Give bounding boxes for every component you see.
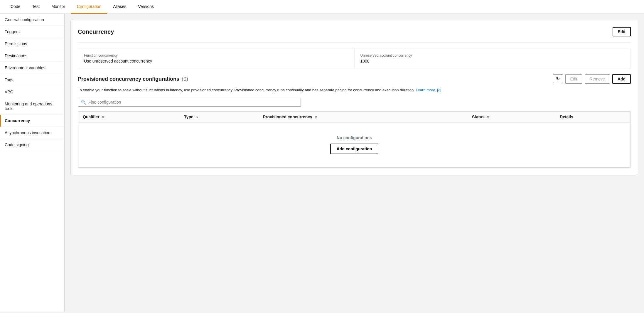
edit-provisioned-button[interactable]: Edit — [565, 74, 582, 84]
external-link-icon — [437, 89, 441, 92]
concurrency-card: Concurrency Edit Function concurrency Us… — [70, 20, 638, 175]
sidebar-item-permissions[interactable]: Permissions — [0, 38, 64, 50]
configurations-table: Qualifier ▽ Type ▼ Provisioned concurren… — [78, 112, 630, 167]
provisioned-title-group: Provisioned concurrency configurations (… — [78, 76, 188, 82]
tab-aliases[interactable]: Aliases — [107, 0, 132, 14]
col-qualifier[interactable]: Qualifier ▽ — [78, 112, 179, 122]
sidebar-item-monitoring-tools[interactable]: Monitoring and operations tools — [0, 98, 64, 115]
configurations-table-container: Qualifier ▽ Type ▼ Provisioned concurren… — [78, 111, 631, 168]
table-body: No configurations Add configuration — [78, 122, 630, 167]
col-type[interactable]: Type ▼ — [179, 112, 258, 122]
unreserved-label: Unreserved account concurrency — [360, 53, 625, 58]
sidebar-item-async-invocation[interactable]: Asynchronous invocation — [0, 127, 64, 139]
search-icon: 🔍 — [81, 100, 86, 105]
provisioned-count: (0) — [182, 76, 188, 82]
sidebar-item-concurrency[interactable]: Concurrency — [0, 115, 64, 127]
unreserved-concurrency-col: Unreserved account concurrency 1000 — [355, 49, 631, 68]
function-concurrency-col: Function concurrency Use unreserved acco… — [78, 49, 355, 68]
type-sort-icon: ▼ — [196, 116, 199, 119]
provisioned-header: Provisioned concurrency configurations (… — [78, 74, 631, 84]
add-button[interactable]: Add — [612, 74, 631, 84]
learn-more-link[interactable]: Learn more — [416, 88, 441, 92]
provisioned-actions: ↻ Edit Remove Add — [553, 74, 631, 84]
page-layout: General configuration Triggers Permissio… — [0, 14, 644, 312]
card-header: Concurrency Edit — [78, 27, 631, 36]
col-details: Details — [555, 112, 630, 122]
function-concurrency-value: Use unreserved account concurrency — [84, 59, 348, 63]
tab-monitor[interactable]: Monitor — [45, 0, 71, 14]
sidebar-item-general-configuration[interactable]: General configuration — [0, 14, 64, 26]
top-tabs: Code Test Monitor Configuration Aliases … — [0, 0, 644, 14]
function-concurrency-label: Function concurrency — [84, 53, 348, 58]
sidebar-item-tags[interactable]: Tags — [0, 74, 64, 86]
table-header: Qualifier ▽ Type ▼ Provisioned concurren… — [78, 112, 630, 122]
status-sort-icon: ▽ — [487, 116, 489, 119]
provisioned-description: To enable your function to scale without… — [78, 87, 631, 93]
search-input[interactable] — [88, 100, 298, 105]
tab-versions[interactable]: Versions — [132, 0, 160, 14]
sidebar-item-vpc[interactable]: VPC — [0, 86, 64, 98]
remove-button[interactable]: Remove — [585, 74, 610, 84]
unreserved-value: 1000 — [360, 59, 625, 63]
sidebar-item-destinations[interactable]: Destinations — [0, 50, 64, 62]
refresh-button[interactable]: ↻ — [553, 74, 563, 83]
provisioned-title: Provisioned concurrency configurations — [78, 76, 179, 82]
search-bar: 🔍 — [78, 98, 301, 107]
add-configuration-button[interactable]: Add configuration — [330, 144, 379, 154]
sidebar-item-environment-variables[interactable]: Environment variables — [0, 62, 64, 74]
tab-test[interactable]: Test — [26, 0, 45, 14]
refresh-icon: ↻ — [556, 76, 560, 82]
concurrency-info-grid: Function concurrency Use unreserved acco… — [78, 48, 631, 68]
tab-code[interactable]: Code — [5, 0, 26, 14]
sidebar-item-triggers[interactable]: Triggers — [0, 26, 64, 38]
empty-state-row: No configurations Add configuration — [78, 122, 630, 167]
edit-button[interactable]: Edit — [613, 27, 631, 36]
empty-state-text: No configurations — [92, 135, 616, 140]
tab-configuration[interactable]: Configuration — [71, 0, 107, 14]
divider-1 — [78, 42, 631, 43]
main-content: Concurrency Edit Function concurrency Us… — [65, 14, 644, 312]
sidebar: General configuration Triggers Permissio… — [0, 14, 65, 312]
qualifier-sort-icon: ▽ — [102, 116, 104, 119]
col-status[interactable]: Status ▽ — [467, 112, 555, 122]
sidebar-item-code-signing[interactable]: Code signing — [0, 139, 64, 151]
col-provisioned-concurrency[interactable]: Provisioned concurrency ▽ — [258, 112, 467, 122]
provisioned-sort-icon: ▽ — [315, 116, 317, 119]
empty-state: No configurations Add configuration — [83, 126, 626, 164]
page-title: Concurrency — [78, 28, 114, 35]
